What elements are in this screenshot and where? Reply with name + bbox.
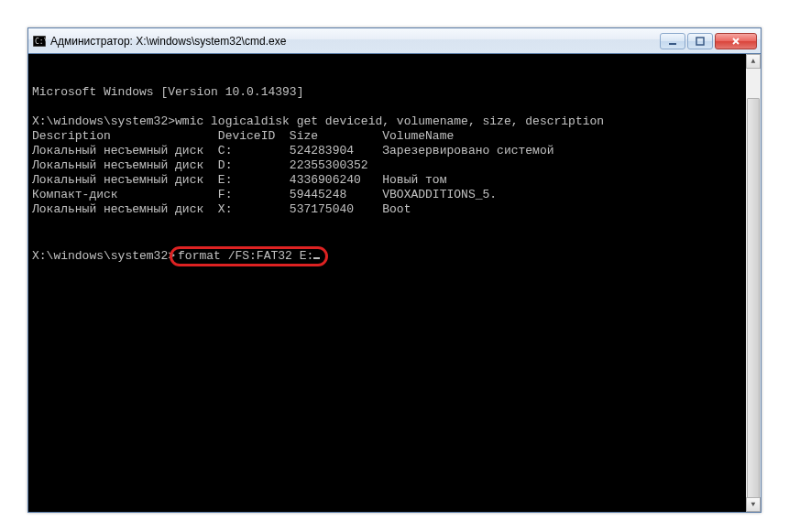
table-row: Локальный несъемный диск D: 22355300352 [32,158,368,172]
scroll-up-button[interactable]: ▲ [746,54,761,69]
svg-rect-2 [669,43,676,45]
minimize-button[interactable] [660,33,685,49]
prompt-1: X:\windows\system32> [32,114,175,128]
prompt-2: X:\windows\system32> [32,249,175,263]
svg-text:C:\: C:\ [35,38,46,46]
titlebar[interactable]: C:\ Администратор: X:\windows\system32\c… [28,28,761,54]
close-button[interactable] [715,33,757,49]
maximize-button[interactable] [687,33,713,49]
svg-rect-3 [696,38,704,45]
table-header: Description DeviceID Size VolumeName [32,129,454,143]
table-row: Локальный несъемный диск E: 4336906240 Н… [32,173,446,187]
highlighted-command: format /FS:FAT32 E: [170,246,328,266]
version-line: Microsoft Windows [Version 10.0.14393] [32,85,303,99]
cmd-icon: C:\ [32,34,47,49]
command-1: wmic logicaldisk get deviceid, volumenam… [175,114,604,128]
terminal-area[interactable]: Microsoft Windows [Version 10.0.14393] X… [28,54,761,512]
command-2: format /FS:FAT32 E: [178,249,313,263]
table-row: Локальный несъемный диск X: 537175040 Bo… [32,202,411,216]
terminal-content: Microsoft Windows [Version 10.0.14393] X… [32,85,757,266]
table-row: Локальный несъемный диск C: 524283904 За… [32,144,554,157]
window-controls [660,33,757,49]
cmd-window: C:\ Администратор: X:\windows\system32\c… [27,27,762,513]
window-title: Администратор: X:\windows\system32\cmd.e… [50,35,660,48]
table-row: Компакт-диск F: 59445248 VBOXADDITIONS_5… [32,188,497,201]
scroll-down-button[interactable]: ▼ [746,497,761,512]
cursor [313,257,320,259]
